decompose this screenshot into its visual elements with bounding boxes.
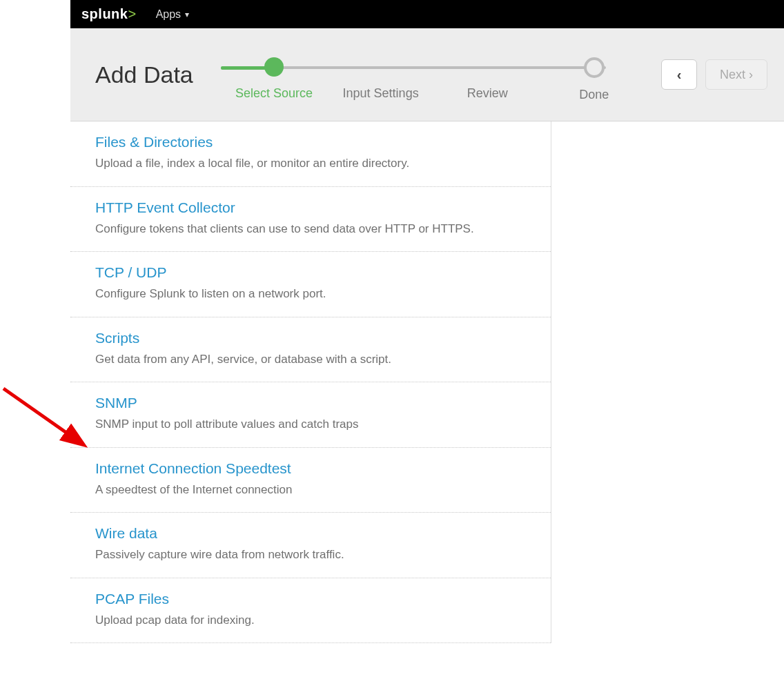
source-item-http-event-collector[interactable]: HTTP Event Collector Configure tokens th… [70,187,551,253]
source-item-speedtest[interactable]: Internet Connection Speedtest A speedtes… [70,448,551,513]
chevron-down-icon: ▾ [185,10,189,19]
source-title: SNMP [95,395,526,411]
wizard-step-input-settings[interactable]: Input Settings [327,57,434,102]
apps-label: Apps [156,8,181,21]
source-item-tcp-udp[interactable]: TCP / UDP Configure Splunk to listen on … [70,252,551,317]
source-item-scripts[interactable]: Scripts Get data from any API, service, … [70,317,551,383]
step-label: Input Settings [327,86,434,101]
step-label: Done [540,88,647,102]
step-dot-icon [264,57,284,77]
next-label: Next › [720,68,753,82]
source-item-files-directories[interactable]: Files & Directories Upload a file, index… [70,121,551,187]
next-button[interactable]: Next › [705,59,767,90]
step-label: Select Source [221,86,328,101]
header-bar: Add Data Select Source Input Settings Re… [70,28,784,121]
source-title: HTTP Event Collector [95,199,526,216]
wizard-progress: Select Source Input Settings Review Done [221,28,647,121]
source-title: Scripts [95,330,526,346]
source-title: PCAP Files [95,591,526,607]
source-item-wire-data[interactable]: Wire data Passively capture wire data fr… [70,513,551,578]
source-desc: A speedtest of the Internet connection [95,481,526,499]
apps-menu[interactable]: Apps ▾ [156,8,189,21]
source-title: Wire data [95,525,526,542]
logo-text: splunk [81,6,128,21]
content-area: Files & Directories Upload a file, index… [70,121,784,643]
source-item-pcap-files[interactable]: PCAP Files Upload pcap data for indexing… [70,578,551,644]
wizard-step-select-source[interactable]: Select Source [221,57,328,102]
source-title: Internet Connection Speedtest [95,460,526,477]
back-button[interactable]: ‹ [661,59,697,90]
wizard-step-review[interactable]: Review [434,57,541,102]
source-item-snmp[interactable]: SNMP SNMP input to poll attribute values… [70,382,551,448]
source-list: Files & Directories Upload a file, index… [70,121,551,643]
logo-symbol: > [128,6,136,21]
source-desc: Get data from any API, service, or datab… [95,351,526,369]
splunk-logo[interactable]: splunk> [81,6,137,22]
source-desc: SNMP input to poll attribute values and … [95,415,526,433]
source-desc: Passively capture wire data from network… [95,546,526,564]
source-desc: Configure tokens that clients can use to… [95,220,526,238]
nav-buttons: ‹ Next › [661,59,767,90]
step-label: Review [434,86,541,101]
source-desc: Upload pcap data for indexing. [95,611,526,629]
source-title: TCP / UDP [95,264,526,281]
source-desc: Configure Splunk to listen on a network … [95,285,526,303]
source-desc: Upload a file, index a local file, or mo… [95,155,526,173]
source-title: Files & Directories [95,134,526,150]
wizard-steps: Select Source Input Settings Review Done [221,57,647,102]
chevron-left-icon: ‹ [677,67,682,83]
wizard-step-done[interactable]: Done [540,57,647,102]
page-title: Add Data [95,61,193,88]
step-dot-hollow-icon [584,57,605,78]
topbar: splunk> Apps ▾ [70,0,784,28]
left-margin [0,0,70,697]
